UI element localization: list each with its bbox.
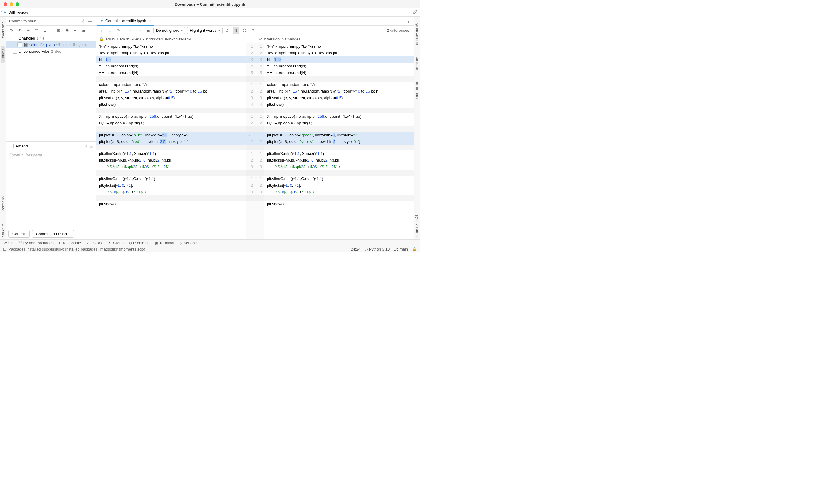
history-icon[interactable]: ◷: [89, 144, 93, 148]
next-diff-icon[interactable]: ↓: [107, 27, 114, 34]
collapse-unchanged-icon[interactable]: ⇵: [224, 27, 231, 34]
rail-notifications[interactable]: Notifications: [415, 78, 419, 101]
rail-bookmarks[interactable]: Bookmarks: [1, 194, 5, 215]
shelve-icon[interactable]: ⤓: [42, 27, 48, 33]
amend-row: Amend ✻ ◷: [6, 141, 96, 150]
svg-point-1: [244, 30, 245, 31]
status-message: Packages installed successfully: Install…: [8, 247, 145, 251]
bottom-problems[interactable]: ⊘ Problems: [129, 240, 150, 245]
collapse-icon[interactable]: ≣: [81, 27, 87, 33]
git-branch[interactable]: ⎇ main: [394, 247, 408, 251]
padlock-icon[interactable]: 🔓: [412, 247, 417, 251]
changes-tree: ⌄ Changes 1 file 📓 scientific.ipynb ~/Da…: [6, 35, 96, 141]
view-icon[interactable]: ◉: [64, 27, 70, 33]
prev-diff-icon[interactable]: ↑: [98, 27, 105, 34]
help-icon[interactable]: ?: [250, 27, 256, 34]
gear-icon[interactable]: [81, 19, 86, 24]
your-version-label: Your version in Changes: [258, 37, 301, 41]
diff-preview-label[interactable]: DiffPreview: [8, 10, 28, 15]
editor-panel: ✦ Commit: scientific.ipynb × ⋮ ↑ ↓ ✎ ← →…: [96, 17, 414, 239]
diff-count: 2 differences: [387, 28, 412, 33]
bottom-terminal[interactable]: ▣ Terminal: [155, 240, 174, 245]
diff-toolbar: ↑ ↓ ✎ ← → ☰ Do not ignore Highlight word…: [96, 26, 414, 35]
changed-file[interactable]: 📓 scientific.ipynb ~/DataspellProjects: [6, 41, 96, 48]
more-icon[interactable]: ⋮: [404, 19, 413, 23]
left-tool-rail: Workspace Commit Bookmarks Structure: [0, 17, 6, 239]
diff-body: "kw">import numpy "kw">as np"kw">import …: [96, 43, 414, 239]
info-icon: ☐: [3, 247, 6, 251]
lock-icon: 🔒: [99, 37, 104, 41]
edit-source-icon[interactable]: ✎: [115, 27, 122, 34]
diff-left[interactable]: "kw">import numpy "kw">as np"kw">import …: [96, 43, 246, 239]
diff-middle-gutter: 1122334455112233441122»11221122331122331…: [246, 43, 264, 239]
amend-label: Amend: [16, 144, 28, 148]
rail-jupyter-vars[interactable]: Jupyter Variables: [415, 210, 419, 239]
commit-push-button[interactable]: Commit and Push...: [32, 230, 74, 238]
diff-right[interactable]: "kw">import numpy "kw">as np"kw">import …: [264, 43, 414, 239]
amend-checkbox[interactable]: [9, 144, 14, 148]
rail-workspace[interactable]: Workspace: [1, 19, 5, 40]
rail-structure[interactable]: Structure: [1, 221, 5, 239]
bottom-r-console[interactable]: R R Console: [59, 240, 81, 245]
list-icon[interactable]: ☰: [145, 27, 152, 34]
right-tool-rail: Python Console Database Notifications Ju…: [414, 17, 420, 239]
close-window[interactable]: [4, 2, 7, 6]
status-bar: ☐ Packages installed successfully: Insta…: [0, 246, 420, 252]
bottom-r-jobs[interactable]: R R Jobs: [108, 240, 124, 245]
checkbox[interactable]: [17, 42, 22, 47]
window-title: Downloads – Commit: scientific.ipynb: [175, 2, 245, 6]
window-titlebar: Downloads – Commit: scientific.ipynb: [0, 0, 420, 8]
minimize-window[interactable]: [10, 2, 13, 6]
cursor-position[interactable]: 24:24: [351, 247, 361, 251]
bottom-tool-bar: ⎇ Git ☷ Python Packages R R Console ☑ TO…: [0, 239, 420, 246]
ignore-select[interactable]: Do not ignore: [153, 27, 185, 34]
bottom-todo[interactable]: ☑ TODO: [86, 240, 102, 245]
highlight-select[interactable]: Highlight words: [187, 27, 223, 34]
bottom-git[interactable]: ⎇ Git: [3, 240, 14, 245]
bottom-python-packages[interactable]: ☷ Python Packages: [19, 240, 54, 245]
gear-icon[interactable]: ✻: [84, 144, 88, 148]
rail-database[interactable]: Database: [415, 53, 419, 72]
maximize-window[interactable]: [16, 2, 19, 6]
commit-button[interactable]: Commit: [8, 230, 30, 238]
minimize-panel-icon[interactable]: —: [87, 19, 93, 24]
commit-panel: Commit to main — ⟳ ↶ ✦ ▢ ⤓ ⊞ ◉ ≡ ≣ ⌄ Cha…: [6, 17, 96, 239]
forward-icon[interactable]: →: [137, 27, 143, 34]
rollback-icon[interactable]: ↶: [17, 27, 23, 33]
diff-icon[interactable]: ✦: [25, 27, 31, 33]
rail-python-console[interactable]: Python Console: [415, 19, 419, 47]
rail-commit[interactable]: Commit: [1, 47, 5, 62]
changes-node[interactable]: ⌄ Changes 1 file: [6, 35, 96, 41]
interpreter[interactable]: Python 3.10: [365, 247, 390, 251]
svg-point-0: [83, 20, 84, 22]
diff-header: 🔒 ad6b6102a7b396e5070c4d32fe4184b2c4834a…: [96, 35, 414, 43]
refresh-icon[interactable]: ⟳: [8, 27, 14, 33]
bottom-services[interactable]: ▷ Services: [180, 240, 199, 245]
editor-tab[interactable]: ✦ Commit: scientific.ipynb ×: [97, 17, 154, 26]
top-menu-bar: ✦ DiffPreview: [0, 8, 420, 17]
settings-icon[interactable]: [241, 27, 248, 34]
tab-label: Commit: scientific.ipynb: [105, 19, 147, 23]
checkbox[interactable]: [13, 49, 17, 54]
commit-panel-title: Commit to main: [9, 19, 80, 23]
revision-hash: ad6b6102a7b396e5070c4d32fe4184b2c4834ad9: [106, 37, 191, 41]
editor-tabs: ✦ Commit: scientific.ipynb × ⋮: [96, 17, 414, 26]
checkbox[interactable]: [13, 36, 17, 40]
commit-toolbar: ⟳ ↶ ✦ ▢ ⤓ ⊞ ◉ ≡ ≣: [6, 26, 96, 35]
sync-scroll-icon[interactable]: ⇅: [233, 27, 239, 34]
changelist-icon[interactable]: ▢: [34, 27, 39, 33]
unversioned-node[interactable]: › Unversioned Files 2 files: [6, 48, 96, 55]
group-icon[interactable]: ⊞: [55, 27, 62, 33]
back-icon[interactable]: ←: [128, 27, 135, 34]
close-tab-icon[interactable]: ×: [149, 19, 152, 23]
expand-icon[interactable]: ≡: [72, 27, 78, 33]
commit-message-input[interactable]: Commit Message: [6, 150, 96, 228]
edit-icon[interactable]: [413, 10, 417, 15]
